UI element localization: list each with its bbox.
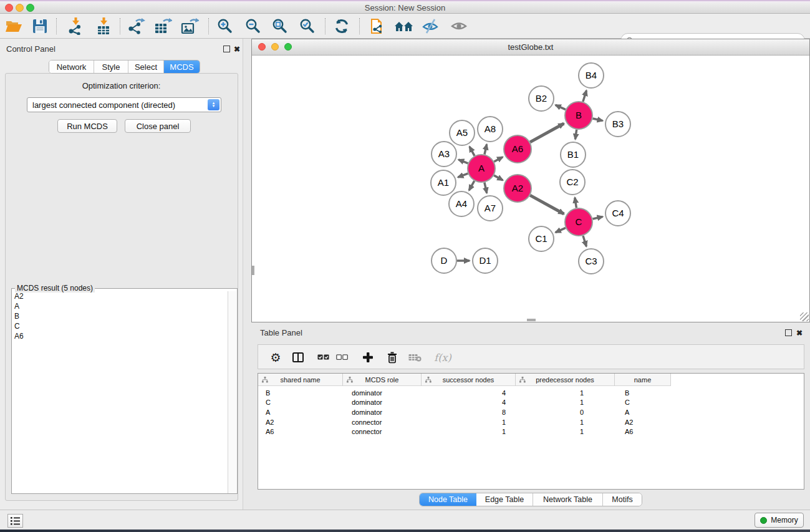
- delete-table-button[interactable]: [406, 345, 423, 370]
- mcds-result-item[interactable]: B: [12, 311, 228, 321]
- home-button[interactable]: [394, 17, 414, 36]
- close-panel-icon[interactable]: ✖: [234, 46, 240, 53]
- edge-A-A7[interactable]: [485, 183, 487, 193]
- tab-network[interactable]: Network: [49, 60, 94, 73]
- tab-select[interactable]: Select: [128, 60, 164, 73]
- hide-graphics-details-button[interactable]: [420, 17, 440, 36]
- zoom-fit-button[interactable]: [270, 17, 290, 36]
- select-all-columns-button[interactable]: [314, 345, 332, 370]
- node-B[interactable]: B: [565, 102, 592, 129]
- close-panel-icon[interactable]: ✖: [796, 329, 803, 337]
- network-horizontal-scrollbar[interactable]: [527, 319, 536, 321]
- show-graphics-details-button[interactable]: [449, 17, 469, 36]
- tab-motifs[interactable]: Motifs: [603, 493, 642, 506]
- node-A6[interactable]: A6: [504, 135, 531, 163]
- table-row[interactable]: A2connector11A2: [258, 417, 804, 427]
- network-graph[interactable]: B4B2BB3A5A8A6B1A3AC2A1A2A4A7C4CC1C3DD1: [252, 56, 809, 322]
- mcds-result-item[interactable]: C: [12, 321, 228, 331]
- node-C3[interactable]: C3: [579, 249, 604, 274]
- edge-C-C1[interactable]: [556, 228, 566, 232]
- column-header-name[interactable]: name: [615, 374, 671, 386]
- tab-edge-table[interactable]: Edge Table: [476, 493, 533, 506]
- node-A2[interactable]: A2: [504, 175, 531, 202]
- node-B1[interactable]: B1: [561, 142, 586, 167]
- edge-B-B1[interactable]: [576, 130, 577, 140]
- deselect-all-columns-button[interactable]: [333, 345, 350, 370]
- table-row[interactable]: A6connector11A6: [258, 427, 804, 437]
- network-canvas[interactable]: B4B2BB3A5A8A6B1A3AC2A1A2A4A7C4CC1C3DD1: [252, 56, 809, 322]
- node-D1[interactable]: D1: [473, 248, 498, 273]
- edge-A-A5[interactable]: [470, 147, 475, 156]
- edge-A6-B[interactable]: [530, 123, 564, 142]
- node-A3[interactable]: A3: [432, 142, 456, 167]
- import-network-button[interactable]: [65, 17, 85, 36]
- export-table-button[interactable]: [153, 17, 173, 36]
- edge-C-C4[interactable]: [593, 216, 603, 219]
- tab-network-table[interactable]: Network Table: [533, 493, 603, 506]
- node-A8[interactable]: A8: [478, 117, 503, 142]
- node-A4[interactable]: A4: [449, 191, 474, 216]
- column-header-predecessor-nodes[interactable]: predecessor nodes: [516, 374, 615, 386]
- edge-C-C3[interactable]: [583, 236, 586, 246]
- float-panel-icon[interactable]: [785, 329, 792, 336]
- table-row[interactable]: Bdominator41B: [258, 388, 804, 398]
- edge-C-C2[interactable]: [575, 198, 577, 208]
- edge-A2-C[interactable]: [530, 195, 564, 214]
- edge-A-A4[interactable]: [469, 181, 475, 190]
- function-builder-button[interactable]: f(x): [430, 345, 455, 370]
- tab-mcds[interactable]: MCDS: [164, 60, 200, 73]
- node-A5[interactable]: A5: [450, 120, 475, 145]
- network-from-selection-button[interactable]: [368, 17, 388, 36]
- memory-button[interactable]: Memory: [755, 513, 804, 528]
- zoom-in-button[interactable]: [215, 17, 235, 36]
- export-network-button[interactable]: [127, 17, 147, 36]
- zoom-out-button[interactable]: [243, 17, 263, 36]
- criterion-dropdown[interactable]: largest connected component (directed) ▲…: [27, 97, 221, 112]
- export-image-button[interactable]: [180, 17, 200, 36]
- node-C2[interactable]: C2: [560, 170, 585, 195]
- edge-A-A3[interactable]: [458, 160, 468, 163]
- table-row[interactable]: Adominator80A: [258, 407, 804, 417]
- edge-B-B3[interactable]: [593, 118, 603, 121]
- node-C[interactable]: C: [565, 208, 592, 236]
- close-panel-button[interactable]: Close panel: [125, 119, 191, 133]
- table-settings-button[interactable]: ⚙: [267, 345, 284, 370]
- network-vertical-scrollbar[interactable]: [252, 266, 254, 275]
- node-D[interactable]: D: [432, 248, 456, 273]
- node-C4[interactable]: C4: [605, 201, 630, 226]
- run-mcds-button[interactable]: Run MCDS: [57, 119, 117, 133]
- delete-column-button[interactable]: [383, 345, 401, 370]
- column-header-successor-nodes[interactable]: successor nodes: [422, 374, 516, 386]
- task-history-button[interactable]: [7, 514, 23, 528]
- open-session-button[interactable]: [4, 17, 24, 36]
- edge-A-A8[interactable]: [485, 144, 487, 154]
- node-B3[interactable]: B3: [605, 112, 630, 137]
- column-view-button[interactable]: [289, 345, 307, 370]
- node-B2[interactable]: B2: [529, 86, 554, 111]
- node-A7[interactable]: A7: [478, 196, 503, 221]
- edge-A-A1[interactable]: [458, 173, 468, 177]
- column-header-MCDS-role[interactable]: MCDS role: [343, 374, 422, 386]
- save-session-button[interactable]: [30, 17, 50, 36]
- node-B4[interactable]: B4: [579, 63, 604, 88]
- mcds-result-item[interactable]: A: [12, 301, 228, 311]
- mcds-result-item[interactable]: A6: [12, 331, 228, 341]
- tab-style[interactable]: Style: [94, 60, 128, 73]
- mcds-result-item[interactable]: A2: [12, 291, 228, 301]
- zoom-selected-button[interactable]: [297, 17, 317, 36]
- edge-A-A6[interactable]: [494, 157, 503, 162]
- edge-B-B2[interactable]: [556, 105, 566, 109]
- float-panel-icon[interactable]: [223, 46, 230, 52]
- edge-B-B4[interactable]: [583, 90, 587, 102]
- mcds-list-scrollbar[interactable]: [228, 291, 236, 493]
- tab-node-table[interactable]: Node Table: [420, 493, 476, 506]
- node-C1[interactable]: C1: [529, 226, 554, 251]
- import-table-button[interactable]: [94, 17, 113, 36]
- window-resize-grip[interactable]: [800, 312, 809, 321]
- create-column-button[interactable]: [359, 345, 377, 370]
- refresh-button[interactable]: [332, 17, 352, 36]
- edge-A-A2[interactable]: [494, 175, 503, 180]
- node-A1[interactable]: A1: [431, 170, 456, 195]
- column-header-shared-name[interactable]: shared name: [258, 374, 343, 386]
- node-A[interactable]: A: [468, 155, 495, 182]
